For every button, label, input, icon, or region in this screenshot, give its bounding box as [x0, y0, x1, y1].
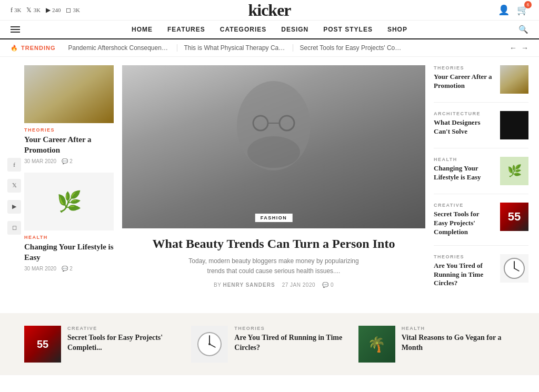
- right-card-4-text: CREATIVE Secret Tools for Easy Projects'…: [434, 203, 495, 237]
- left-card-1-image[interactable]: [24, 65, 114, 123]
- comment-icon-2: 💬: [62, 266, 68, 272]
- twitter-icon: 𝕏: [26, 6, 32, 14]
- featured-meta: BY HENRY SANDERS 27 JAN 2020 💬 0: [122, 282, 425, 288]
- right-card-4: CREATIVE Secret Tools for Easy Projects'…: [434, 203, 528, 246]
- cart-button[interactable]: 🛒 6: [517, 4, 528, 16]
- trending-item-2[interactable]: This is What Physical Therapy Can Ac...: [177, 44, 293, 52]
- trending-item-3[interactable]: Secret Tools for Easy Projects' Compl ..…: [293, 44, 409, 52]
- left-card-2-image[interactable]: 🌿: [24, 173, 114, 230]
- twitter-social[interactable]: 𝕏 3K: [26, 6, 40, 14]
- instagram-social[interactable]: ◻ 3K: [66, 6, 79, 14]
- bottom-card-1-text: CREATIVE Secret Tools for Easy Projects'…: [67, 326, 181, 352]
- right-card-5-title[interactable]: Are You Tired of Running in Time Circles…: [434, 262, 495, 288]
- search-icon[interactable]: 🔍: [518, 25, 528, 34]
- bottom-card-2-title[interactable]: Are You Tired of Running in Time Circles…: [234, 333, 347, 352]
- featured-title[interactable]: What Beauty Trends Can Turn a Person Int…: [122, 236, 425, 252]
- right-card-3-title[interactable]: Changing Your Lifestyle is Easy: [434, 164, 495, 182]
- sidebar-instagram-icon[interactable]: ◻: [7, 221, 21, 235]
- bottom-card-1-title[interactable]: Secret Tools for Easy Projects' Completi…: [67, 333, 181, 352]
- left-card-1-category: THEORIES: [24, 127, 114, 133]
- right-card-2-title[interactable]: What Designers Can't Solve: [434, 118, 495, 136]
- sidebar-youtube-icon[interactable]: ▶: [7, 200, 21, 214]
- right-card-5: THEORIES Are You Tired of Running in Tim…: [434, 254, 528, 297]
- left-card-2: 🌿 HEALTH Changing Your Lifestyle is Easy…: [24, 173, 114, 272]
- right-card-1: THEORIES Your Career After a Promotion: [434, 65, 528, 103]
- bottom-card-3-title[interactable]: Vital Reasons to Go Vegan for a Month: [402, 333, 515, 352]
- left-card-1-comments: 💬 2: [62, 158, 73, 164]
- right-card-4-image[interactable]: 55: [500, 203, 528, 231]
- right-column: THEORIES Your Career After a Promotion A…: [434, 65, 528, 305]
- nav-links: HOME FEATURES CATEGORIES DESIGN POST STY…: [132, 26, 407, 33]
- top-bar: f 3K 𝕏 3K ▶ 240 ◻ 3K kicker 👤 🛒 6: [0, 0, 539, 21]
- clock-svg: [503, 257, 525, 279]
- nav-post-styles[interactable]: POST STYLES: [323, 26, 373, 33]
- right-card-1-title[interactable]: Your Career After a Promotion: [434, 73, 495, 91]
- twitter-count: 3K: [33, 7, 40, 13]
- right-card-2: ARCHITECTURE What Designers Can't Solve: [434, 111, 528, 148]
- left-card-1: THEORIES Your Career After a Promotion 3…: [24, 65, 114, 164]
- center-column: FASHION What Beauty Trends Can Turn a Pe…: [122, 65, 425, 305]
- right-card-1-image[interactable]: [500, 65, 528, 94]
- left-card-2-category: HEALTH: [24, 235, 114, 240]
- bottom-section: 55 CREATIVE Secret Tools for Easy Projec…: [0, 313, 539, 375]
- left-card-2-comments: 💬 2: [62, 266, 73, 272]
- right-card-3-image[interactable]: 🌿: [500, 157, 528, 185]
- sidebar-twitter-icon[interactable]: 𝕏: [7, 179, 21, 193]
- facebook-social[interactable]: f 3K: [11, 6, 21, 14]
- trending-next-arrow[interactable]: →: [521, 44, 528, 52]
- flame-icon: 🔥: [11, 45, 18, 52]
- nav-features[interactable]: FEATURES: [167, 26, 205, 33]
- featured-author: HENRY SANDERS: [223, 282, 275, 288]
- instagram-count: 3K: [73, 7, 79, 13]
- right-card-2-image[interactable]: [500, 111, 528, 139]
- nav-design[interactable]: DESIGN: [281, 26, 308, 33]
- youtube-count: 240: [52, 7, 61, 13]
- comment-icon: 💬: [62, 158, 68, 164]
- nav-home[interactable]: HOME: [132, 26, 153, 33]
- trending-items: Pandemic Aftershock Consequences This is…: [62, 44, 503, 52]
- featured-excerpt: Today, modern beauty bloggers make money…: [184, 256, 363, 276]
- right-card-5-image[interactable]: [500, 254, 528, 283]
- hamburger-menu[interactable]: [11, 26, 20, 33]
- right-card-2-category: ARCHITECTURE: [434, 111, 495, 116]
- user-icon[interactable]: 👤: [498, 4, 510, 16]
- featured-comment-icon: 💬: [322, 282, 329, 288]
- left-card-1-title[interactable]: Your Career After a Promotion: [24, 135, 114, 155]
- bottom-clock-svg: [196, 331, 223, 357]
- bottom-card-2-image[interactable]: [191, 326, 228, 363]
- navigation: HOME FEATURES CATEGORIES DESIGN POST STY…: [0, 21, 539, 39]
- bottom-card-2-text: THEORIES Are You Tired of Running in Tim…: [234, 326, 347, 352]
- right-card-1-text: THEORIES Your Career After a Promotion: [434, 65, 495, 91]
- main-content: THEORIES Your Career After a Promotion 3…: [0, 57, 539, 313]
- featured-comments: 0: [331, 282, 334, 288]
- left-card-2-date: 30 MAR 2020: [24, 266, 56, 272]
- bottom-card-1-image[interactable]: 55: [24, 326, 61, 363]
- youtube-icon: ▶: [46, 6, 51, 14]
- nav-categories[interactable]: CATEGORIES: [220, 26, 266, 33]
- social-links: f 3K 𝕏 3K ▶ 240 ◻ 3K: [11, 6, 80, 14]
- right-card-1-category: THEORIES: [434, 65, 495, 71]
- bottom-card-2: THEORIES Are You Tired of Running in Tim…: [191, 326, 347, 363]
- nav-shop[interactable]: SHOP: [387, 26, 407, 33]
- youtube-social[interactable]: ▶ 240: [46, 6, 61, 14]
- right-card-3: HEALTH Changing Your Lifestyle is Easy 🌿: [434, 157, 528, 194]
- bottom-card-3-image[interactable]: 🌴: [358, 326, 395, 363]
- social-sidebar: f 𝕏 ▶ ◻: [7, 158, 21, 235]
- right-card-4-category: CREATIVE: [434, 203, 495, 208]
- bottom-card-3-text: HEALTH Vital Reasons to Go Vegan for a M…: [402, 326, 515, 352]
- right-card-4-title[interactable]: Secret Tools for Easy Projects' Completi…: [434, 210, 495, 237]
- sidebar-facebook-icon[interactable]: f: [7, 158, 21, 172]
- left-card-1-date: 30 MAR 2020: [24, 158, 56, 164]
- featured-image[interactable]: FASHION: [122, 65, 425, 228]
- trending-item-1[interactable]: Pandemic Aftershock Consequences: [62, 44, 177, 52]
- facebook-icon: f: [11, 6, 13, 14]
- right-card-2-text: ARCHITECTURE What Designers Can't Solve: [434, 111, 495, 136]
- left-card-1-meta: 30 MAR 2020 💬 2: [24, 158, 114, 164]
- cart-count: 6: [524, 1, 532, 8]
- trending-prev-arrow[interactable]: ←: [510, 44, 517, 52]
- bottom-card-3: 🌴 HEALTH Vital Reasons to Go Vegan for a…: [358, 326, 515, 363]
- bottom-card-1-category: CREATIVE: [67, 326, 181, 331]
- left-column: THEORIES Your Career After a Promotion 3…: [24, 65, 114, 305]
- left-card-2-title[interactable]: Changing Your Lifestyle is Easy: [24, 242, 114, 263]
- site-logo[interactable]: kicker: [248, 1, 291, 20]
